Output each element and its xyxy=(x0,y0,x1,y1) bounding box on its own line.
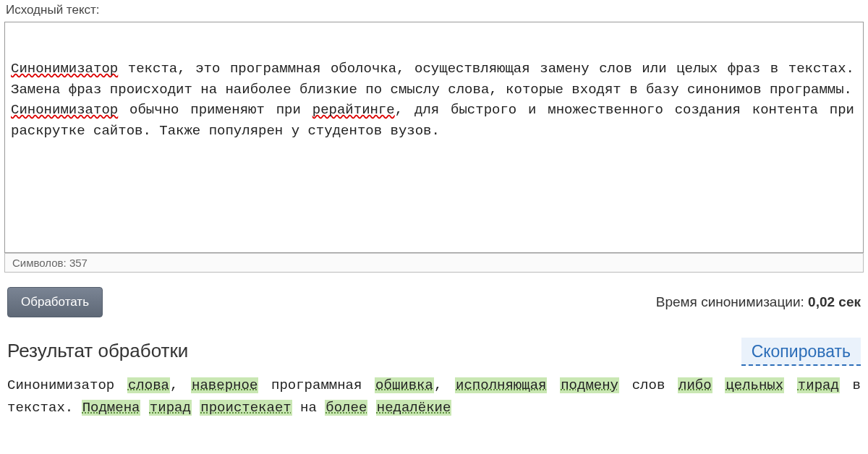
counter-value: 357 xyxy=(69,257,88,269)
synonym-highlight[interactable]: Подмена xyxy=(82,400,141,416)
process-button[interactable]: Обработать xyxy=(7,287,103,317)
result-header: Результат обработки Скопировать xyxy=(0,327,868,370)
text-segment: Синонимизатор xyxy=(7,377,127,393)
input-label: Исходный текст: xyxy=(0,0,868,20)
text-segment: текста, это программная оболочка, осущес… xyxy=(11,61,854,98)
synonym-highlight[interactable]: проистекает xyxy=(200,400,292,416)
text-segment: слов xyxy=(619,377,678,393)
counter-label: Символов: xyxy=(12,257,67,269)
spellcheck-word: Синонимизатор xyxy=(11,102,118,118)
synonym-highlight[interactable]: цельных xyxy=(725,377,784,393)
paragraph-1: Синонимизатор текста, это программная об… xyxy=(11,59,854,100)
synonym-highlight[interactable]: наверное xyxy=(191,377,258,393)
result-text: Синонимизатор слова, наверное программна… xyxy=(0,370,868,420)
synonym-highlight[interactable]: тирад xyxy=(797,377,840,393)
action-row: Обработать Время синонимизации: 0,02 сек xyxy=(0,273,868,327)
timing-info: Время синонимизации: 0,02 сек xyxy=(656,294,861,310)
source-text-content[interactable]: Синонимизатор текста, это программная об… xyxy=(5,22,863,252)
synonym-highlight[interactable]: слова xyxy=(127,377,170,393)
text-segment xyxy=(547,377,560,393)
text-segment xyxy=(784,377,797,393)
synonym-highlight[interactable]: исполняющая xyxy=(455,377,547,393)
synonym-highlight[interactable]: обшивка xyxy=(375,377,434,393)
text-segment xyxy=(140,400,148,416)
text-segment: на xyxy=(292,400,326,416)
character-counter: Символов: 357 xyxy=(4,253,864,273)
synonym-highlight[interactable]: либо xyxy=(678,377,712,393)
synonym-highlight[interactable]: недалёкие xyxy=(376,400,452,416)
paragraph-2: Синонимизатор обычно применяют при рерай… xyxy=(11,100,854,141)
text-segment xyxy=(367,400,375,416)
synonym-highlight[interactable]: более xyxy=(325,400,367,416)
synonym-highlight[interactable]: подмену xyxy=(560,377,619,393)
copy-button[interactable]: Скопировать xyxy=(741,338,861,366)
text-segment xyxy=(712,377,726,393)
text-segment: обычно применяют при xyxy=(118,102,312,118)
text-segment: программная xyxy=(258,377,375,393)
text-segment: , xyxy=(434,377,455,393)
text-segment: , xyxy=(170,377,191,393)
result-title: Результат обработки xyxy=(7,340,188,362)
spellcheck-word: Синонимизатор xyxy=(11,61,118,77)
text-segment xyxy=(192,400,200,416)
timing-label: Время синонимизации: xyxy=(656,294,808,309)
synonym-highlight[interactable]: тирад xyxy=(149,400,192,416)
spellcheck-word: рерайтинге xyxy=(312,102,395,118)
source-text-area[interactable]: Синонимизатор текста, это программная об… xyxy=(4,22,864,253)
timing-value: 0,02 сек xyxy=(808,294,861,309)
